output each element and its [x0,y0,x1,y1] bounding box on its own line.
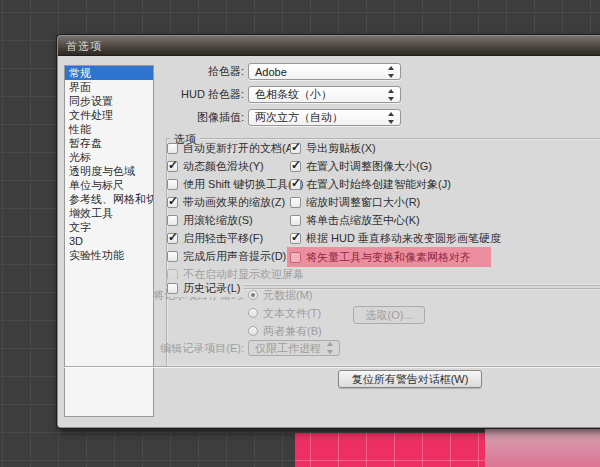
choose-button: 选取(O)... [353,306,425,324]
history-log-label: 历史记录(L) [183,281,240,296]
radio-button [248,308,258,318]
checkbox[interactable]: ✓ [167,197,178,208]
option-checkbox-row[interactable]: 自动更新打开的文档(A) [167,139,304,157]
checkbox-label: 动态颜色滑块(Y) [183,159,264,174]
option-checkbox-row[interactable]: ✓根据 HUD 垂直移动来改变圆形画笔硬度 [290,229,501,247]
checkbox-label: 带动画效果的缩放(Z) [183,195,285,210]
checkbox[interactable]: ✓ [290,179,301,190]
option-checkbox-row[interactable]: ✓动态颜色滑块(Y) [167,157,304,175]
sidebar-item[interactable]: 参考线、网格和切片 [65,192,153,206]
option-checkbox-row[interactable]: ✓导出剪贴板(X) [290,139,501,157]
options-column-left: 自动更新打开的文档(A)✓动态颜色滑块(Y)使用 Shift 键切换工具(U)✓… [167,139,304,283]
checkbox[interactable] [167,143,178,154]
radio-label: 元数据(M) [263,288,313,303]
select-rows: 拾色器:AdobeHUD 拾色器:色相条纹（小）图像插值:两次立方（自动） [88,63,418,132]
preferences-dialog: 首选项 常规界面同步设置文件处理性能暂存盘光标透明度与色域单位与标尺参考线、网格… [57,35,600,428]
sidebar-item[interactable]: 文字 [65,220,153,234]
sidebar-item[interactable]: 单位与标尺 [65,178,153,192]
sidebar-item[interactable]: 暂存盘 [65,136,153,150]
checkbox-label: 将矢量工具与变换和像素网格对齐 [306,250,471,265]
history-log-checkbox[interactable] [167,283,178,294]
checkbox[interactable] [290,215,301,226]
history-radio-group: 元数据(M)文本文件(T)两者兼有(B) [248,286,322,340]
radio-button [248,326,258,336]
checkbox[interactable] [167,215,178,226]
dialog-title: 首选项 [66,40,102,52]
canvas-pink-gradient [485,428,600,467]
edit-log-items-value: 仅限工作进程 [255,341,321,356]
radio-label: 文本文件(T) [263,306,321,321]
option-checkbox-row[interactable]: ✓在置入时始终创建智能对象(J) [290,175,501,193]
check-icon: ✓ [291,176,301,190]
check-icon: ✓ [291,230,301,244]
footer-separator [64,366,600,367]
history-log-row[interactable]: 历史记录(L) [167,279,244,297]
sidebar-item[interactable]: 透明度与色域 [65,164,153,178]
checkbox[interactable]: ✓ [290,161,301,172]
checkbox[interactable] [290,252,301,263]
radio-row: 文本文件(T) [248,304,322,322]
checkbox-label: 导出剪贴板(X) [306,141,376,156]
checkbox-label: 缩放时调整窗口大小(R) [306,195,420,210]
check-icon: ✓ [168,158,178,172]
check-icon: ✓ [291,158,301,172]
checkbox-label: 根据 HUD 垂直移动来改变圆形画笔硬度 [306,231,501,246]
option-checkbox-row[interactable]: ✓带动画效果的缩放(Z) [167,193,304,211]
dropdown[interactable]: 色相条纹（小） [248,86,401,103]
option-checkbox-row[interactable]: 将单击点缩放至中心(K) [290,211,501,229]
dialog-title-bar[interactable]: 首选项 [58,36,600,56]
combo-arrows-icon [387,66,396,78]
checkbox-label: 使用 Shift 键切换工具(U) [183,177,303,192]
option-checkbox-row[interactable]: 使用 Shift 键切换工具(U) [167,175,304,193]
checkbox[interactable] [167,179,178,190]
checkbox-label: 将单击点缩放至中心(K) [306,213,420,228]
radio-row: 两者兼有(B) [248,322,322,340]
checkbox[interactable] [167,251,178,262]
options-column-right: ✓导出剪贴板(X)✓在置入时调整图像大小(G)✓在置入时始终创建智能对象(J)缩… [290,139,501,267]
checkbox[interactable]: ✓ [290,233,301,244]
checkbox-label: 完成后用声音提示(D) [183,249,286,264]
select-row: 拾色器:Adobe [88,63,418,80]
radio-row: 元数据(M) [248,286,322,304]
radio-label: 两者兼有(B) [263,324,322,339]
dropdown-value: 两次立方（自动） [255,110,343,125]
option-checkbox-row[interactable]: 缩放时调整窗口大小(R) [290,193,501,211]
reset-warnings-button[interactable]: 复位所有警告对话框(W) [338,370,482,388]
select-label: HUD 拾色器: [88,87,244,102]
dropdown[interactable]: 两次立方（自动） [248,109,401,126]
sidebar-item[interactable]: 增效工具 [65,206,153,220]
option-checkbox-row[interactable]: ✓启用轻击平移(F) [167,229,304,247]
combo-arrows-icon [387,112,396,124]
combo-arrows-icon [326,342,335,354]
checkbox[interactable] [290,197,301,208]
select-label: 拾色器: [88,64,244,79]
option-checkbox-row[interactable]: 完成后用声音提示(D) [167,247,304,265]
checkbox [167,269,178,280]
dropdown-value: Adobe [255,66,287,78]
checkbox[interactable]: ✓ [290,143,301,154]
checkbox-label: 用滚轮缩放(S) [183,213,253,228]
dropdown-value: 色相条纹（小） [255,87,332,102]
dropdown[interactable]: Adobe [248,63,401,80]
option-checkbox-row[interactable]: 将矢量工具与变换和像素网格对齐 [287,247,491,267]
radio-button [248,290,258,300]
checkbox[interactable]: ✓ [167,233,178,244]
edit-log-items-dropdown: 仅限工作进程 [248,340,340,356]
select-row: HUD 拾色器:色相条纹（小） [88,86,418,103]
sidebar-item[interactable]: 实验性功能 [65,248,153,262]
checkbox-label: 自动更新打开的文档(A) [183,141,297,156]
checkbox[interactable]: ✓ [167,161,178,172]
option-checkbox-row[interactable]: 用滚轮缩放(S) [167,211,304,229]
select-row: 图像插值:两次立方（自动） [88,109,418,126]
select-label: 图像插值: [88,110,244,125]
checkbox-label: 启用轻击平移(F) [183,231,263,246]
option-checkbox-row[interactable]: ✓在置入时调整图像大小(G) [290,157,501,175]
check-icon: ✓ [168,194,178,208]
sidebar-item[interactable]: 光标 [65,150,153,164]
checkbox-label: 在置入时始终创建智能对象(J) [306,177,451,192]
edit-log-items-label: 编辑记录项目(E): [88,339,244,357]
check-icon: ✓ [291,140,301,154]
combo-arrows-icon [387,89,396,101]
checkbox-label: 在置入时调整图像大小(G) [306,159,432,174]
sidebar-item[interactable]: 3D [65,234,153,248]
